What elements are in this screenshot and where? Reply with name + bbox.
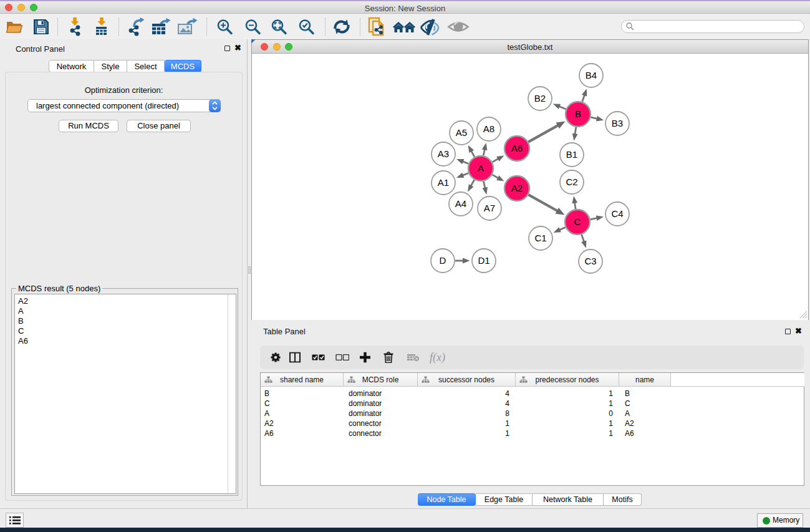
svg-text:A1: A1 [438,177,449,188]
svg-text:A2: A2 [511,183,523,193]
svg-text:A4: A4 [455,198,466,209]
svg-text:A8: A8 [483,123,494,134]
svg-text:A: A [478,163,484,173]
svg-text:C4: C4 [611,208,623,219]
svg-text:B4: B4 [586,70,597,80]
svg-text:B2: B2 [534,93,546,104]
svg-text:B: B [575,109,581,119]
svg-text:A7: A7 [484,203,495,213]
svg-text:D1: D1 [478,255,489,266]
svg-text:C2: C2 [566,177,577,187]
svg-text:D: D [440,255,446,266]
svg-text:A6: A6 [511,143,523,153]
svg-text:C3: C3 [584,256,596,266]
svg-text:C1: C1 [534,233,546,243]
svg-text:A5: A5 [456,127,467,138]
svg-text:B1: B1 [566,149,577,160]
svg-text:B3: B3 [612,118,623,128]
svg-text:C: C [574,216,581,227]
svg-text:A3: A3 [438,148,449,159]
